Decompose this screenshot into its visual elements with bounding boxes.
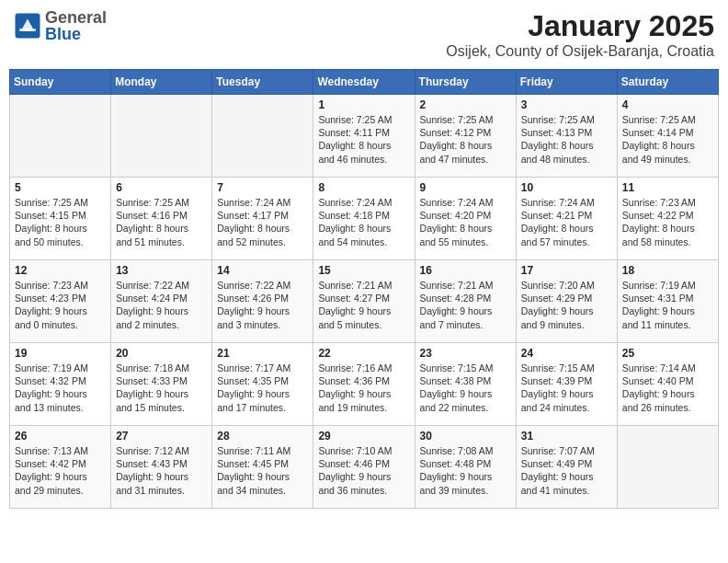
calendar-day-cell: 14Sunrise: 7:22 AM Sunset: 4:26 PM Dayli… xyxy=(212,260,313,343)
calendar-day-cell: 12Sunrise: 7:23 AM Sunset: 4:23 PM Dayli… xyxy=(10,260,111,343)
day-number: 22 xyxy=(318,347,409,360)
day-info: Sunrise: 7:22 AM Sunset: 4:26 PM Dayligh… xyxy=(217,279,308,331)
weekday-header-cell: Thursday xyxy=(415,70,516,95)
day-info: Sunrise: 7:24 AM Sunset: 4:21 PM Dayligh… xyxy=(521,196,612,248)
logo: General Blue xyxy=(14,9,107,42)
weekday-header-row: SundayMondayTuesdayWednesdayThursdayFrid… xyxy=(10,70,719,95)
day-number: 30 xyxy=(420,430,511,442)
weekday-header-cell: Friday xyxy=(516,70,617,95)
calendar-table: SundayMondayTuesdayWednesdayThursdayFrid… xyxy=(9,69,719,509)
day-number: 25 xyxy=(622,347,713,360)
day-info: Sunrise: 7:19 AM Sunset: 4:31 PM Dayligh… xyxy=(622,279,713,331)
calendar-day-cell: 29Sunrise: 7:10 AM Sunset: 4:46 PM Dayli… xyxy=(313,426,415,509)
day-info: Sunrise: 7:21 AM Sunset: 4:27 PM Dayligh… xyxy=(318,279,409,331)
day-number: 4 xyxy=(622,98,713,111)
day-number: 7 xyxy=(217,181,308,194)
day-info: Sunrise: 7:24 AM Sunset: 4:20 PM Dayligh… xyxy=(420,196,511,248)
weekday-header-cell: Saturday xyxy=(617,70,718,95)
weekday-header-cell: Monday xyxy=(111,70,212,95)
day-info: Sunrise: 7:25 AM Sunset: 4:14 PM Dayligh… xyxy=(622,113,713,166)
calendar-week-row: 12Sunrise: 7:23 AM Sunset: 4:23 PM Dayli… xyxy=(10,260,719,343)
day-info: Sunrise: 7:14 AM Sunset: 4:40 PM Dayligh… xyxy=(622,362,713,414)
calendar-day-cell xyxy=(10,95,111,178)
day-info: Sunrise: 7:25 AM Sunset: 4:13 PM Dayligh… xyxy=(521,113,612,166)
calendar-day-cell: 21Sunrise: 7:17 AM Sunset: 4:35 PM Dayli… xyxy=(212,343,313,426)
day-info: Sunrise: 7:15 AM Sunset: 4:38 PM Dayligh… xyxy=(420,362,511,414)
day-info: Sunrise: 7:16 AM Sunset: 4:36 PM Dayligh… xyxy=(318,362,409,414)
day-info: Sunrise: 7:19 AM Sunset: 4:32 PM Dayligh… xyxy=(15,362,106,414)
calendar-day-cell: 22Sunrise: 7:16 AM Sunset: 4:36 PM Dayli… xyxy=(313,343,415,426)
calendar-day-cell: 23Sunrise: 7:15 AM Sunset: 4:38 PM Dayli… xyxy=(415,343,516,426)
calendar-day-cell: 27Sunrise: 7:12 AM Sunset: 4:43 PM Dayli… xyxy=(111,426,212,509)
day-info: Sunrise: 7:24 AM Sunset: 4:17 PM Dayligh… xyxy=(217,196,308,248)
day-info: Sunrise: 7:25 AM Sunset: 4:16 PM Dayligh… xyxy=(116,196,207,248)
day-info: Sunrise: 7:08 AM Sunset: 4:48 PM Dayligh… xyxy=(420,444,511,497)
calendar-title: January 2025 xyxy=(446,9,714,43)
day-number: 29 xyxy=(318,430,409,442)
day-number: 21 xyxy=(217,347,308,360)
day-info: Sunrise: 7:07 AM Sunset: 4:49 PM Dayligh… xyxy=(521,444,612,497)
day-number: 12 xyxy=(15,264,106,277)
day-number: 3 xyxy=(521,98,612,111)
weekday-header-cell: Wednesday xyxy=(313,70,415,95)
calendar-week-row: 19Sunrise: 7:19 AM Sunset: 4:32 PM Dayli… xyxy=(10,343,719,426)
calendar-body: 1Sunrise: 7:25 AM Sunset: 4:11 PM Daylig… xyxy=(10,95,719,509)
svg-rect-2 xyxy=(19,29,36,31)
day-number: 19 xyxy=(15,347,106,360)
day-info: Sunrise: 7:23 AM Sunset: 4:22 PM Dayligh… xyxy=(622,196,713,248)
calendar-week-row: 5Sunrise: 7:25 AM Sunset: 4:15 PM Daylig… xyxy=(10,178,719,260)
calendar-day-cell: 18Sunrise: 7:19 AM Sunset: 4:31 PM Dayli… xyxy=(617,260,718,343)
day-info: Sunrise: 7:10 AM Sunset: 4:46 PM Dayligh… xyxy=(318,444,409,497)
page-header: General Blue January 2025 Osijek, County… xyxy=(9,9,719,60)
calendar-day-cell xyxy=(212,95,313,178)
weekday-header-cell: Sunday xyxy=(10,70,111,95)
calendar-day-cell: 20Sunrise: 7:18 AM Sunset: 4:33 PM Dayli… xyxy=(111,343,212,426)
day-info: Sunrise: 7:25 AM Sunset: 4:15 PM Dayligh… xyxy=(15,196,106,248)
logo-blue: Blue xyxy=(45,26,107,42)
calendar-day-cell: 17Sunrise: 7:20 AM Sunset: 4:29 PM Dayli… xyxy=(516,260,617,343)
day-number: 10 xyxy=(521,181,612,194)
weekday-header-cell: Tuesday xyxy=(212,70,313,95)
day-number: 9 xyxy=(420,181,511,194)
day-info: Sunrise: 7:20 AM Sunset: 4:29 PM Dayligh… xyxy=(521,279,612,331)
day-number: 5 xyxy=(15,181,106,194)
calendar-day-cell xyxy=(111,95,212,178)
title-block: January 2025 Osijek, County of Osijek-Ba… xyxy=(446,9,714,60)
calendar-week-row: 26Sunrise: 7:13 AM Sunset: 4:42 PM Dayli… xyxy=(10,426,719,509)
day-number: 23 xyxy=(420,347,511,360)
day-info: Sunrise: 7:21 AM Sunset: 4:28 PM Dayligh… xyxy=(420,279,511,331)
day-number: 27 xyxy=(116,430,207,442)
day-info: Sunrise: 7:25 AM Sunset: 4:11 PM Dayligh… xyxy=(318,113,409,166)
calendar-day-cell: 3Sunrise: 7:25 AM Sunset: 4:13 PM Daylig… xyxy=(516,95,617,178)
day-number: 8 xyxy=(318,181,409,194)
day-number: 26 xyxy=(15,430,106,442)
day-number: 18 xyxy=(622,264,713,277)
logo-text: General Blue xyxy=(45,9,107,42)
calendar-day-cell: 15Sunrise: 7:21 AM Sunset: 4:27 PM Dayli… xyxy=(313,260,415,343)
day-number: 28 xyxy=(217,430,308,442)
calendar-day-cell: 26Sunrise: 7:13 AM Sunset: 4:42 PM Dayli… xyxy=(10,426,111,509)
day-info: Sunrise: 7:22 AM Sunset: 4:24 PM Dayligh… xyxy=(116,279,207,331)
day-number: 31 xyxy=(521,430,612,442)
day-info: Sunrise: 7:24 AM Sunset: 4:18 PM Dayligh… xyxy=(318,196,409,248)
day-info: Sunrise: 7:15 AM Sunset: 4:39 PM Dayligh… xyxy=(521,362,612,414)
day-info: Sunrise: 7:11 AM Sunset: 4:45 PM Dayligh… xyxy=(217,444,308,497)
day-number: 20 xyxy=(116,347,207,360)
day-number: 15 xyxy=(318,264,409,277)
calendar-day-cell xyxy=(617,426,718,509)
day-number: 6 xyxy=(116,181,207,194)
calendar-week-row: 1Sunrise: 7:25 AM Sunset: 4:11 PM Daylig… xyxy=(10,95,719,178)
calendar-day-cell: 7Sunrise: 7:24 AM Sunset: 4:17 PM Daylig… xyxy=(212,178,313,260)
day-number: 11 xyxy=(622,181,713,194)
day-info: Sunrise: 7:25 AM Sunset: 4:12 PM Dayligh… xyxy=(420,113,511,166)
logo-general: General xyxy=(45,9,107,26)
day-number: 17 xyxy=(521,264,612,277)
calendar-day-cell: 13Sunrise: 7:22 AM Sunset: 4:24 PM Dayli… xyxy=(111,260,212,343)
calendar-day-cell: 10Sunrise: 7:24 AM Sunset: 4:21 PM Dayli… xyxy=(516,178,617,260)
calendar-day-cell: 16Sunrise: 7:21 AM Sunset: 4:28 PM Dayli… xyxy=(415,260,516,343)
calendar-day-cell: 1Sunrise: 7:25 AM Sunset: 4:11 PM Daylig… xyxy=(313,95,415,178)
day-info: Sunrise: 7:12 AM Sunset: 4:43 PM Dayligh… xyxy=(116,444,207,497)
day-info: Sunrise: 7:17 AM Sunset: 4:35 PM Dayligh… xyxy=(217,362,308,414)
day-number: 2 xyxy=(420,98,511,111)
day-info: Sunrise: 7:23 AM Sunset: 4:23 PM Dayligh… xyxy=(15,279,106,331)
